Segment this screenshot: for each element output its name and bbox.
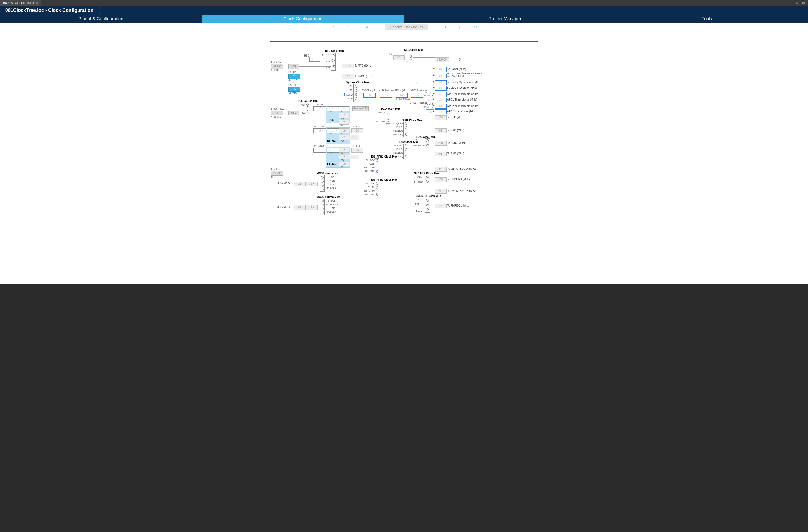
ahb-out-label: HCLK to AHB bus, core, memory and DMA (M… bbox=[447, 72, 484, 77]
tab-clock[interactable]: Clock Configuration bbox=[202, 15, 404, 23]
spdif-mux[interactable] bbox=[425, 175, 430, 184]
tab-tools[interactable]: Tools bbox=[606, 15, 808, 23]
sysclk-mux[interactable] bbox=[353, 84, 358, 102]
i2s-apb2-out: 96 bbox=[435, 189, 447, 194]
enable-css[interactable]: Enable CSS bbox=[352, 106, 369, 111]
rtc-mux[interactable] bbox=[331, 53, 336, 71]
power-out[interactable]: 84 bbox=[435, 67, 447, 72]
ahb-out[interactable]: 84 bbox=[435, 74, 447, 78]
pllp[interactable]: / 4▾ bbox=[339, 106, 349, 111]
spdif-plli2sp: PLLI2SP bbox=[414, 181, 423, 183]
apb2-prescaler[interactable]: / 1▾ bbox=[411, 105, 423, 109]
pllm[interactable]: / 16▾ bbox=[313, 106, 326, 111]
pll48-pllq: PLLQ bbox=[379, 111, 385, 114]
mco2-div[interactable]: / 1▾ bbox=[306, 205, 318, 210]
mco1-mux[interactable] bbox=[320, 175, 325, 191]
pllsaiq-post[interactable]: / 1▾ bbox=[349, 135, 359, 140]
pll-src-hsi: HSI bbox=[301, 104, 305, 106]
sysmux-hse-radio[interactable] bbox=[354, 89, 357, 92]
hse-source: HSE bbox=[288, 110, 299, 115]
rtc-mux-lse[interactable] bbox=[332, 59, 334, 62]
clock-tree-canvas[interactable]: Input freq... 32.768 0-1000... LSE LSI R… bbox=[270, 41, 538, 273]
fmpi2c-mux[interactable] bbox=[425, 198, 430, 213]
sysclk-label: SYSCLK (MHz) bbox=[362, 89, 379, 92]
close-icon[interactable]: × bbox=[36, 1, 38, 5]
plli2sp[interactable]: / 2▾ bbox=[339, 148, 349, 152]
plln[interactable]: X 3...▾ bbox=[327, 106, 339, 111]
pll48-mux[interactable] bbox=[386, 110, 390, 124]
cec-hsi-div[interactable]: / 48... bbox=[393, 55, 405, 60]
pll48-title: PLL48CLK Mux bbox=[381, 107, 400, 110]
tab-project[interactable]: Project Manager bbox=[404, 15, 606, 23]
pll-src-hsi-radio[interactable] bbox=[306, 104, 309, 107]
resolve-button[interactable]: Resolve Clock Issues bbox=[385, 24, 428, 30]
apb1-prescaler[interactable]: / 2▾ bbox=[411, 93, 423, 98]
pllsaip[interactable]: / 2▾ bbox=[339, 128, 349, 133]
fit-icon[interactable]: ⛶ bbox=[459, 25, 463, 29]
sysmux-pllclk: PLLCLK bbox=[344, 93, 354, 96]
hse-freq-input[interactable]: 8 bbox=[271, 110, 283, 115]
pllr[interactable]: / 2▾ bbox=[339, 120, 349, 125]
plli2sq-post[interactable]: / 1▾ bbox=[349, 155, 359, 160]
pllsai-name: PLLSAI bbox=[327, 140, 337, 143]
rtc-lse-label: LSE bbox=[326, 60, 331, 62]
i2s-apb2-title: I2S_APB2 Clock Mux bbox=[371, 178, 398, 181]
zoom-out-icon[interactable]: ⊖ bbox=[474, 25, 478, 29]
pclk1-label: PCLK1 bbox=[425, 91, 433, 94]
cec-lse-radio[interactable] bbox=[410, 59, 412, 62]
apb1-timer-out[interactable]: 84 bbox=[435, 98, 447, 102]
apb2-timer-out[interactable]: 84 bbox=[435, 109, 447, 114]
pll-src-hse-radio[interactable] bbox=[306, 110, 309, 113]
pllsain[interactable]: X 1...▾ bbox=[327, 128, 339, 133]
sysmux-pllclk-radio[interactable] bbox=[354, 93, 357, 96]
hclk-value[interactable]: 84 bbox=[396, 93, 408, 98]
tab-pinout[interactable]: Pinout & Configuration bbox=[0, 15, 202, 23]
i2s-apb1-mux[interactable] bbox=[374, 159, 379, 174]
undo-icon[interactable]: ↶ bbox=[330, 25, 334, 29]
rtc-hse-div[interactable]: / 2▾ bbox=[309, 57, 320, 61]
sysclk-value[interactable]: 84 bbox=[364, 93, 375, 98]
sai1-mux[interactable] bbox=[403, 122, 408, 137]
pllsaim[interactable]: / 16▾ bbox=[313, 128, 326, 133]
mco1-out: 16 bbox=[294, 182, 306, 186]
plli2sm-label: PLLI2SM bbox=[314, 145, 324, 147]
file-tab[interactable]: MX *001ClockTree.ioc × bbox=[0, 0, 40, 6]
cortex-div[interactable]: / 1▾ bbox=[411, 81, 423, 86]
zoom-in-icon[interactable]: ⊕ bbox=[444, 25, 448, 29]
sai2-mux[interactable] bbox=[403, 144, 408, 160]
ahb-prescaler[interactable]: / 1▾ bbox=[380, 93, 392, 98]
fclk-label: FCLK Cortex clock (MHz) bbox=[447, 86, 477, 89]
sdio-mux[interactable] bbox=[425, 139, 430, 148]
pllsaiq[interactable]: / 2 bbox=[339, 135, 349, 140]
sysmux-pllr: PLLR bbox=[347, 97, 353, 100]
fclk-out[interactable]: 84 bbox=[435, 86, 447, 91]
window-controls[interactable]: ▭ ⊞ bbox=[795, 1, 806, 5]
rtc-mux-hse[interactable] bbox=[332, 54, 334, 57]
i2s-freq-input[interactable]: 12.288 bbox=[271, 171, 283, 176]
apb2-periph-out[interactable]: 84 bbox=[435, 104, 447, 109]
pllq[interactable]: / 2 bbox=[339, 113, 349, 118]
pll48-pllq-radio[interactable] bbox=[387, 112, 389, 114]
cec-mux[interactable] bbox=[409, 54, 414, 64]
plli2sr[interactable]: / 2▾ bbox=[339, 162, 349, 166]
pll48-pllsaip: PLLSAIP bbox=[376, 120, 386, 123]
plli2sq[interactable]: / 2▾ bbox=[339, 155, 349, 160]
sysmux-pllr-radio[interactable] bbox=[354, 97, 357, 100]
i2s-apb1-label: To I2S_APB1 CLK (MHz) bbox=[447, 167, 477, 170]
pll48-pllsaip-radio[interactable] bbox=[387, 119, 389, 122]
cortex-timer-out[interactable]: 84 bbox=[435, 80, 447, 85]
rtc-mux-lsi[interactable] bbox=[332, 64, 334, 67]
lse-freq-input[interactable]: 32.768 bbox=[271, 64, 283, 69]
cec-hsi-radio[interactable] bbox=[410, 55, 412, 58]
refresh-icon[interactable]: ⟳ bbox=[365, 25, 369, 29]
i2s-apb2-mux[interactable] bbox=[374, 182, 379, 197]
sdio-label: To SDIO (MHz) bbox=[447, 142, 465, 144]
plli2sm[interactable]: / 16▾ bbox=[313, 148, 326, 152]
mco1-div[interactable]: / 1▾ bbox=[306, 182, 318, 186]
mco2-mux[interactable] bbox=[320, 199, 325, 215]
sysmux-hsi-radio[interactable] bbox=[354, 85, 357, 88]
plli2sn[interactable]: X 1...▾ bbox=[327, 148, 339, 152]
pllsaiq-label: /Q bbox=[341, 140, 344, 142]
apb1-periph-out[interactable]: 42 bbox=[435, 92, 447, 97]
toolbar: ↶ ↷ ⟳ Resolve Clock Issues ⊕ ⛶ ⊖ bbox=[0, 23, 808, 31]
